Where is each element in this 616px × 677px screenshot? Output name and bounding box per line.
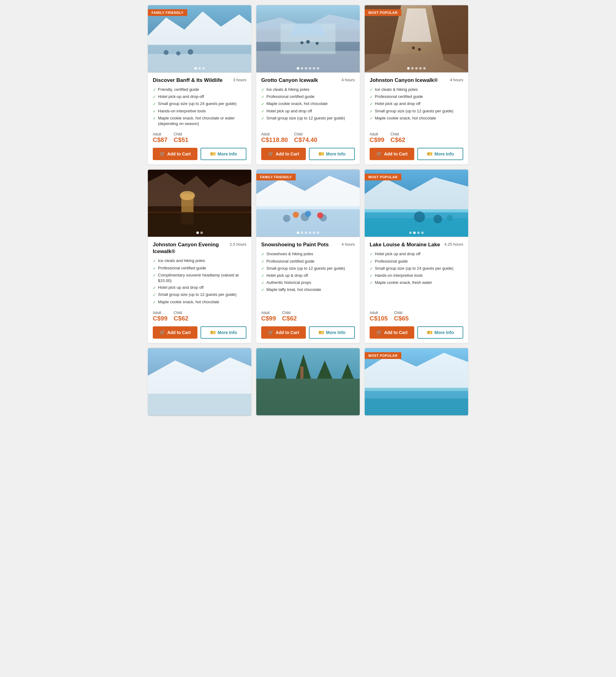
carousel-dot[interactable]: [409, 231, 412, 234]
carousel-dot[interactable]: [317, 67, 319, 70]
more-info-button[interactable]: 🎫 More Info: [309, 326, 355, 338]
svg-point-5: [176, 51, 180, 56]
check-icon: ✓: [261, 252, 265, 257]
carousel-dots: [194, 67, 205, 70]
adult-price-group: Adult C$118.80: [261, 132, 288, 143]
carousel-dot[interactable]: [309, 231, 311, 234]
carousel-dot[interactable]: [305, 67, 307, 70]
carousel-dot[interactable]: [411, 67, 414, 70]
card-badge: MOST POPULAR: [365, 9, 401, 16]
svg-point-21: [412, 46, 415, 50]
check-icon: ✓: [153, 101, 156, 107]
card-actions: 🛒 Add to Cart 🎫 More Info: [261, 148, 355, 160]
card-image: FAMILY FRIENDLY: [256, 169, 360, 237]
feature-item: ✓ Hotel pick-up and drop-off: [153, 94, 247, 100]
svg-point-35: [293, 212, 299, 218]
carousel-dot[interactable]: [297, 231, 299, 234]
card-title-row: Discover Banff & Its Wildlife 3 hours: [153, 77, 247, 84]
card-title: Johnston Canyon Evening Icewalk®: [153, 241, 230, 255]
carousel-dot[interactable]: [196, 231, 199, 234]
cart-icon: 🛒: [160, 151, 165, 157]
carousel-dot[interactable]: [199, 67, 201, 70]
features-list: ✓ Hotel pick up and drop off ✓ Professio…: [369, 251, 463, 306]
carousel-dot[interactable]: [417, 231, 420, 234]
carousel-dot[interactable]: [301, 231, 303, 234]
add-to-cart-button[interactable]: 🛒 Add to Cart: [369, 148, 414, 160]
carousel-dot[interactable]: [419, 67, 422, 70]
feature-item: ✓ Hotel pick up and drop off: [369, 251, 463, 257]
child-label: Child: [174, 132, 188, 136]
card-image: [256, 5, 360, 73]
card-body: Discover Banff & Its Wildlife 3 hours ✓ …: [148, 73, 251, 165]
adult-label: Adult: [153, 311, 168, 315]
card-badge: FAMILY FRIENDLY: [256, 174, 296, 180]
card-body: Lake Louise & Moraine Lake 4.25 hours ✓ …: [365, 237, 468, 343]
feature-item: ✓ Maple cookie snack, hot chocolate: [369, 116, 463, 121]
check-icon: ✓: [369, 259, 373, 265]
carousel-dot[interactable]: [415, 67, 417, 70]
carousel-dot[interactable]: [309, 67, 311, 70]
cart-icon: 🛒: [377, 151, 382, 157]
check-icon: ✓: [261, 94, 265, 100]
add-to-cart-button[interactable]: 🛒 Add to Cart: [369, 326, 414, 338]
card-title-row: Grotto Canyon Icewalk 4 hours: [261, 77, 355, 84]
check-icon: ✓: [153, 94, 156, 100]
check-icon: ✓: [261, 266, 265, 272]
child-label: Child: [394, 311, 409, 315]
card-body: Johnston Canyon Evening Icewalk® 2.5 hou…: [148, 237, 251, 343]
carousel-dot[interactable]: [194, 67, 197, 70]
check-icon: ✓: [261, 273, 265, 279]
more-info-button[interactable]: 🎫 More Info: [309, 148, 355, 160]
more-info-button[interactable]: 🎫 More Info: [417, 326, 463, 338]
carousel-dot[interactable]: [407, 67, 410, 70]
tours-grid: FAMILY FRIENDLY Discover Banff & Its Wil…: [148, 5, 468, 416]
check-icon: ✓: [261, 287, 265, 293]
add-to-cart-button[interactable]: 🛒 Add to Cart: [261, 148, 306, 160]
feature-item: ✓ Small group size (up to 12 guests per …: [261, 266, 355, 272]
more-info-button[interactable]: 🎫 More Info: [417, 148, 463, 160]
add-to-cart-button[interactable]: 🛒 Add to Cart: [153, 326, 197, 338]
card-image: MOST POPULAR: [365, 5, 468, 73]
pricing: Adult C$105 Child C$65: [369, 311, 463, 322]
feature-item: ✓ Small group size (up to 12 guests per …: [369, 108, 463, 114]
adult-price: C$99: [261, 315, 276, 322]
card-title-row: Lake Louise & Moraine Lake 4.25 hours: [369, 241, 463, 248]
carousel-dot[interactable]: [201, 231, 203, 234]
card-image: [148, 169, 251, 237]
card-badge: MOST POPULAR: [365, 352, 401, 359]
carousel-dot[interactable]: [313, 231, 315, 234]
carousel-dot[interactable]: [313, 67, 315, 70]
features-list: ✓ Snowshoes & hiking poles ✓ Professiona…: [261, 251, 355, 306]
check-icon: ✓: [369, 116, 373, 121]
check-icon: ✓: [153, 292, 156, 298]
more-info-button[interactable]: 🎫 More Info: [201, 326, 247, 338]
features-list: ✓ Friendly, certified guide ✓ Hotel pick…: [153, 87, 247, 128]
child-price-group: Child C$65: [394, 311, 409, 322]
check-icon: ✓: [369, 252, 373, 257]
adult-price: C$105: [369, 315, 388, 322]
add-to-cart-button[interactable]: 🛒 Add to Cart: [153, 148, 197, 160]
card-badge: FAMILY FRIENDLY: [148, 9, 187, 16]
pricing: Adult C$87 Child C$51: [153, 132, 247, 143]
add-to-cart-button[interactable]: 🛒 Add to Cart: [261, 326, 306, 338]
tour-card-card-7: [148, 348, 251, 416]
carousel-dot[interactable]: [413, 231, 416, 234]
carousel-dot[interactable]: [305, 231, 307, 234]
feature-item: ✓ Hotel pick up and drop off: [261, 108, 355, 114]
info-icon: 🎫: [210, 330, 216, 335]
carousel-dot[interactable]: [421, 231, 424, 234]
child-price: C$65: [394, 315, 409, 322]
carousel-dot[interactable]: [301, 67, 303, 70]
svg-rect-49: [256, 379, 360, 415]
carousel-dot[interactable]: [202, 67, 205, 70]
feature-item: ✓ Hotel pick up and drop off: [153, 285, 247, 290]
feature-item: ✓ Authentic historical props: [261, 280, 355, 286]
svg-point-26: [180, 191, 195, 200]
carousel-dot[interactable]: [297, 67, 299, 70]
child-price: C$62: [282, 315, 297, 322]
card-badge: MOST POPULAR: [365, 174, 401, 180]
card-image: [256, 348, 360, 416]
more-info-button[interactable]: 🎫 More Info: [201, 148, 247, 160]
carousel-dot[interactable]: [317, 231, 319, 234]
carousel-dot[interactable]: [423, 67, 426, 70]
